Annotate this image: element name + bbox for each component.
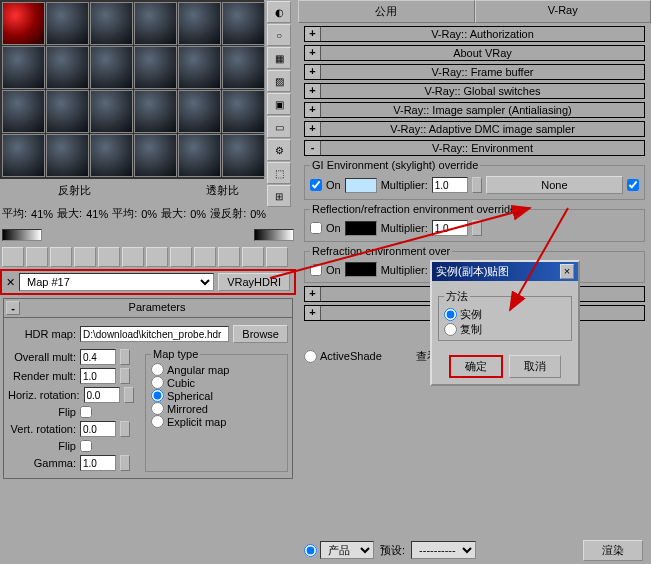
backlight-icon[interactable]: ○ [267,24,291,46]
material-slot[interactable] [2,134,45,177]
material-slot[interactable] [222,90,265,133]
material-slot[interactable] [178,90,221,133]
production-radio[interactable] [304,544,317,557]
cubic-radio[interactable] [151,376,164,389]
gi-on-checkbox[interactable] [310,179,322,191]
video-check-icon[interactable]: ▣ [267,93,291,115]
material-slot[interactable] [2,2,45,45]
flip-v-checkbox[interactable] [80,440,92,452]
go-parent-icon[interactable] [242,247,264,267]
flip-h-checkbox[interactable] [80,406,92,418]
map-name-dropdown[interactable]: Map #17 [19,273,214,291]
mirrored-radio[interactable] [151,402,164,415]
material-slot[interactable] [90,134,133,177]
material-slot[interactable] [90,46,133,89]
gamma-input[interactable] [80,455,116,471]
tab-common[interactable]: 公用 [298,0,475,23]
refl-mult-input[interactable] [432,220,468,236]
material-slot[interactable] [90,90,133,133]
material-slot[interactable] [178,134,221,177]
activeshade-radio[interactable] [304,350,317,363]
expand-icon[interactable]: + [305,46,321,60]
browse-button[interactable]: Browse [233,325,288,343]
rollout-auth[interactable]: V-Ray:: Authorization [321,27,644,41]
gi-map-on-checkbox[interactable] [627,179,639,191]
material-slot[interactable] [222,134,265,177]
explicit-radio[interactable] [151,415,164,428]
collapse-icon[interactable]: - [305,141,321,155]
show-map-icon[interactable] [194,247,216,267]
material-slot[interactable] [178,46,221,89]
rollout-dmc[interactable]: V-Ray:: Adaptive DMC image sampler [321,122,644,136]
material-slot[interactable] [222,46,265,89]
map-type-button[interactable]: VRayHDRI [218,273,290,291]
put-to-lib-icon[interactable] [146,247,168,267]
spinner-icon[interactable] [124,387,134,403]
ok-button[interactable]: 确定 [449,355,503,378]
rollout-sampler[interactable]: V-Ray:: Image sampler (Antialiasing) [321,103,644,117]
gi-map-button[interactable]: None [486,176,623,194]
grid-3x2-icon[interactable]: ⊞ [267,185,291,207]
expand-icon[interactable]: + [305,27,321,41]
uv-tile-icon[interactable]: ▨ [267,70,291,92]
spherical-radio[interactable] [151,389,164,402]
refr-on-checkbox[interactable] [310,264,322,276]
vert-rot-input[interactable] [80,421,116,437]
make-copy-icon[interactable] [98,247,120,267]
put-to-scene-icon[interactable] [26,247,48,267]
material-slot[interactable] [134,46,177,89]
expand-icon[interactable]: + [305,287,321,301]
render-button[interactable]: 渲染 [583,540,643,561]
select-by-mat-icon[interactable]: ⬚ [267,162,291,184]
spinner-icon[interactable] [120,349,130,365]
material-slot[interactable] [46,90,89,133]
close-icon[interactable]: × [560,264,574,279]
material-slot[interactable] [134,90,177,133]
spinner-icon[interactable] [120,368,130,384]
render-mult-input[interactable] [80,368,116,384]
refl-on-checkbox[interactable] [310,222,322,234]
get-material-icon[interactable] [2,247,24,267]
hdr-path-input[interactable] [80,326,229,342]
background-icon[interactable]: ▦ [267,47,291,69]
pick-icon[interactable]: ✕ [6,276,15,289]
material-slot[interactable] [46,2,89,45]
mat-id-icon[interactable] [170,247,192,267]
horiz-rot-input[interactable] [84,387,120,403]
material-slot[interactable] [222,2,265,45]
go-forward-icon[interactable] [266,247,288,267]
expand-icon[interactable]: + [305,103,321,117]
refr-color-swatch[interactable] [345,262,377,277]
options-icon[interactable]: ⚙ [267,139,291,161]
production-dropdown[interactable]: 产品 [320,541,374,559]
tab-vray[interactable]: V-Ray [475,0,652,23]
collapse-icon[interactable]: - [6,301,20,315]
material-sample-grid[interactable] [0,0,264,179]
spinner-icon[interactable] [472,220,482,236]
overall-mult-input[interactable] [80,349,116,365]
instance-radio[interactable] [444,308,457,321]
angular-radio[interactable] [151,363,164,376]
expand-icon[interactable]: + [305,122,321,136]
gi-mult-input[interactable] [432,177,468,193]
material-slot[interactable] [46,46,89,89]
gi-color-swatch[interactable] [345,178,377,193]
material-slot[interactable] [134,2,177,45]
assign-icon[interactable] [50,247,72,267]
preset-dropdown[interactable]: ---------- [411,541,476,559]
spinner-icon[interactable] [120,455,130,471]
material-slot[interactable] [2,46,45,89]
spinner-icon[interactable] [472,177,482,193]
material-slot[interactable] [90,2,133,45]
expand-icon[interactable]: + [305,84,321,98]
make-unique-icon[interactable] [122,247,144,267]
expand-icon[interactable]: + [305,65,321,79]
copy-radio[interactable] [444,323,457,336]
reset-icon[interactable] [74,247,96,267]
rollout-about[interactable]: About VRay [321,46,644,60]
spinner-icon[interactable] [120,421,130,437]
refl-color-swatch[interactable] [345,221,377,236]
material-slot[interactable] [2,90,45,133]
show-end-icon[interactable] [218,247,240,267]
rollout-frame[interactable]: V-Ray:: Frame buffer [321,65,644,79]
